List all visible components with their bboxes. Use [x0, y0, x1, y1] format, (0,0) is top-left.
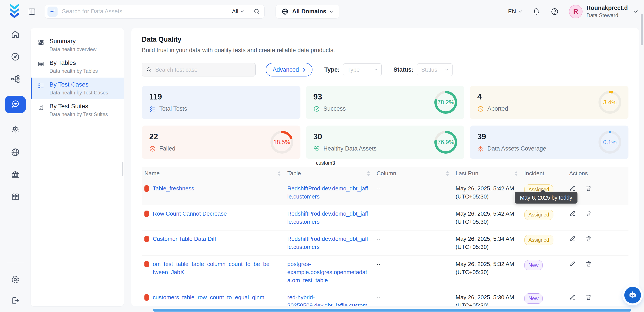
advanced-filter-button[interactable]: Advanced — [266, 63, 312, 76]
nav-item-by-test-cases[interactable]: By Test Cases Data health by Test Cases — [31, 78, 124, 99]
table-link[interactable]: RedshiftProd.dev.demo_dbt_jaffle.custome… — [287, 235, 369, 251]
horizontal-scrollbar[interactable] — [153, 309, 631, 311]
logout-icon — [10, 296, 20, 305]
avatar[interactable]: R — [569, 5, 582, 19]
type-filter-select[interactable]: Type — [343, 63, 382, 76]
status-filter-label: Status: — [394, 66, 414, 73]
table-link[interactable]: postgres-example.postgres.openmetadata.o… — [287, 260, 369, 284]
openmetadata-logo[interactable] — [6, 5, 22, 19]
failed-status-chip — [144, 294, 149, 300]
delete-button[interactable] — [585, 294, 592, 306]
test-case-link[interactable]: Table_freshness — [153, 185, 194, 193]
incident-badge[interactable]: New — [524, 293, 543, 304]
heart-pulse-icon — [313, 145, 320, 152]
collapse-panel-icon — [28, 7, 36, 16]
nav-item-by-test-suites[interactable]: By Test Suites Data health by Test Suite… — [31, 99, 124, 121]
user-role: Data Steward — [586, 12, 628, 19]
column-value: -- — [374, 230, 453, 255]
sort-button-column[interactable] — [446, 171, 449, 176]
help-button[interactable] — [550, 8, 559, 16]
sort-button-table[interactable] — [367, 171, 370, 176]
slash-circle-icon — [477, 106, 484, 112]
sort-button-last-run[interactable] — [515, 171, 518, 176]
test-case-link[interactable]: Customer Table Data Diff — [153, 235, 216, 243]
summary-cards: 119 Total Tests 93 Success — [142, 86, 628, 159]
aborted-ring-chart: 3.4% — [598, 91, 622, 114]
sidebar-item-governance[interactable] — [5, 169, 26, 180]
nav-item-summary[interactable]: Summary Data health overview — [31, 34, 124, 56]
search-input[interactable] — [58, 8, 232, 15]
sidebar-item-lineage[interactable] — [5, 73, 26, 85]
test-case-search — [142, 63, 256, 76]
delete-button[interactable] — [585, 260, 592, 284]
search-scope-dropdown[interactable]: All — [232, 8, 249, 15]
sidebar-item-settings[interactable] — [5, 274, 26, 285]
sidebar-item-home[interactable] — [5, 29, 26, 40]
data-quality-nav-panel: Summary Data health overview By Tables D… — [31, 28, 124, 306]
ai-sparkle-icon[interactable] — [48, 7, 58, 17]
last-run-value: May 26, 2025, 5:34 AM (UTC+05:30) — [453, 230, 520, 255]
column-value: -- — [374, 180, 453, 205]
table-link[interactable]: RedshiftProd.dev.demo_dbt_jaffle.custome… — [287, 210, 369, 226]
x-circle-icon — [149, 145, 156, 152]
table-link[interactable]: RedshiftProd.dev.demo_dbt_jaffle.custome… — [287, 185, 369, 201]
delete-button[interactable] — [585, 185, 592, 201]
user-name: Rounakpreet.d — [586, 5, 628, 12]
card-label-text: Aborted — [487, 105, 508, 112]
user-menu[interactable]: Rounakpreet.d Data Steward — [586, 5, 628, 19]
grid-icon — [38, 39, 45, 52]
delete-button[interactable] — [585, 210, 592, 226]
delete-button[interactable] — [585, 235, 592, 251]
incident-badge[interactable]: Assigned — [524, 235, 554, 245]
test-case-link[interactable]: customers_table_row_count_to_equal_qjnm — [153, 293, 264, 301]
nav-item-subtitle: Data health by Test Suites — [50, 111, 108, 117]
document-checklist-icon — [38, 104, 45, 117]
chatbot-button[interactable] — [624, 287, 641, 303]
window-scrollbar[interactable] — [641, 14, 643, 45]
sidebar-item-glossary[interactable] — [5, 191, 26, 203]
sidebar-item-observability[interactable] — [5, 96, 26, 113]
last-run-value: May 26, 2025, 5:32 AM (UTC+05:30) — [453, 256, 520, 289]
domains-dropdown[interactable]: All Domains — [276, 5, 339, 19]
domains-label: All Domains — [292, 8, 326, 15]
sidebar-item-domains[interactable] — [5, 146, 26, 158]
search-icon[interactable] — [254, 8, 260, 15]
nav-item-by-tables[interactable]: By Tables Data health by Tables — [31, 56, 124, 78]
checklist-icon — [149, 106, 156, 112]
open-book-icon — [10, 192, 20, 202]
panel-scrollbar[interactable] — [122, 162, 124, 176]
column-header-table: Table — [287, 170, 301, 177]
table-row: Customer Table Data Diff RedshiftProd.de… — [142, 230, 628, 256]
edit-button[interactable] — [569, 235, 576, 251]
status-filter-select[interactable]: Status — [417, 63, 452, 76]
table-link[interactable]: red-hybrid-20250509.dev.dbt_jaffle.custo… — [287, 293, 369, 306]
flow-nodes-icon — [10, 74, 20, 84]
sidebar-collapse-button[interactable] — [28, 7, 36, 16]
custom3-label: custom3 — [316, 160, 628, 166]
test-case-search-input[interactable] — [155, 66, 252, 73]
sidebar-item-insights[interactable] — [5, 124, 26, 136]
page-title: Data Quality — [142, 36, 628, 43]
test-case-link[interactable]: om_test_table_table_column_count_to_be_b… — [153, 260, 271, 276]
incident-badge[interactable]: New — [524, 260, 543, 270]
test-case-link[interactable]: Row Count Cannot Decrease — [153, 210, 227, 218]
gear-icon — [10, 275, 20, 284]
edit-button[interactable] — [569, 210, 576, 226]
sort-button-name[interactable] — [278, 171, 281, 176]
card-data-assets-coverage: 39 Data Assets Coverage 0.1% — [470, 125, 628, 159]
edit-button[interactable] — [569, 260, 576, 284]
card-label-text: Success — [324, 105, 346, 112]
user-menu-chevron[interactable] — [634, 10, 638, 13]
language-dropdown[interactable]: EN — [508, 8, 522, 15]
incident-badge[interactable]: Assigned — [524, 210, 554, 220]
notifications-button[interactable] — [532, 8, 540, 16]
pencil-icon — [569, 235, 576, 242]
edit-button[interactable] — [569, 294, 576, 306]
question-circle-icon — [550, 8, 559, 16]
table-icon — [38, 61, 45, 74]
sidebar-item-explore[interactable] — [5, 51, 26, 62]
filter-bar: Advanced Type: Type Status: Status — [142, 63, 628, 76]
healthy-ring-chart: 76.9% — [434, 131, 457, 154]
chevron-down-icon — [634, 10, 638, 13]
sidebar-item-logout[interactable] — [5, 295, 26, 306]
